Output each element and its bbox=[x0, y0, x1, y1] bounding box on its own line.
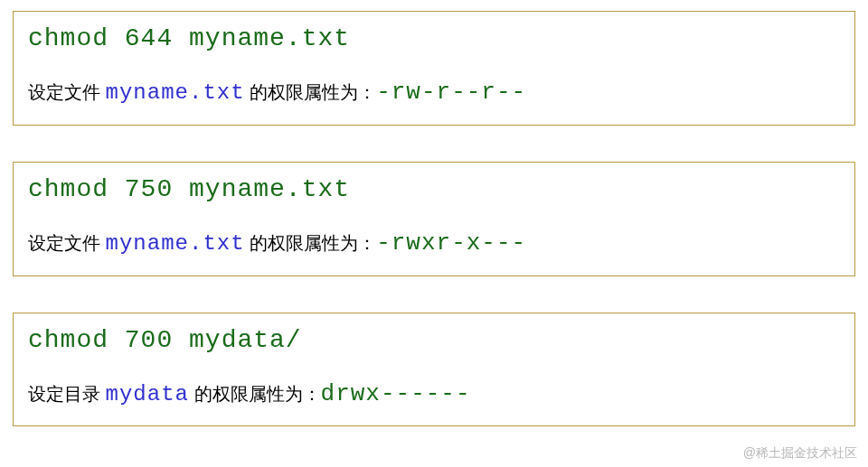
command-line: chmod 644 myname.txt bbox=[28, 21, 840, 56]
description-line: 设定目录 mydata 的权限属性为：drwx------ bbox=[28, 376, 840, 414]
desc-mid: 的权限属性为： bbox=[245, 82, 377, 102]
example-box-3: chmod 700 mydata/ 设定目录 mydata 的权限属性为：drw… bbox=[13, 313, 855, 427]
filename: myname.txt bbox=[106, 231, 245, 256]
description-line: 设定文件 myname.txt 的权限属性为：-rwxr-x--- bbox=[28, 225, 840, 263]
command-line: chmod 700 mydata/ bbox=[28, 322, 840, 358]
permissions: -rwxr-x--- bbox=[376, 229, 526, 257]
desc-prefix: 设定文件 bbox=[28, 82, 106, 102]
command-line: chmod 750 myname.txt bbox=[28, 172, 840, 207]
description-line: 设定文件 myname.txt 的权限属性为：-rw-r--r-- bbox=[28, 74, 840, 112]
permissions: -rw-r--r-- bbox=[376, 79, 526, 106]
desc-prefix: 设定目录 bbox=[28, 384, 106, 404]
filename: myname.txt bbox=[106, 80, 245, 105]
desc-mid: 的权限属性为： bbox=[245, 233, 377, 253]
example-box-2: chmod 750 myname.txt 设定文件 myname.txt 的权限… bbox=[13, 162, 855, 276]
desc-mid: 的权限属性为： bbox=[189, 384, 321, 404]
permissions: drwx------ bbox=[321, 380, 471, 407]
watermark: @稀土掘金技术社区 bbox=[743, 445, 857, 462]
filename: mydata bbox=[106, 382, 189, 406]
example-box-1: chmod 644 myname.txt 设定文件 myname.txt 的权限… bbox=[13, 11, 855, 126]
desc-prefix: 设定文件 bbox=[28, 233, 106, 253]
